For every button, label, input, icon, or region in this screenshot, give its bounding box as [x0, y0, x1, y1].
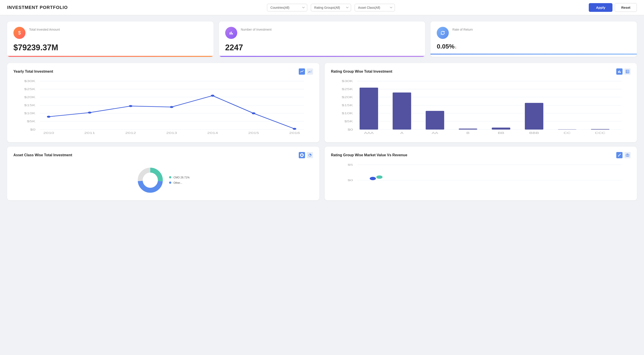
bar-chart: $30K $25K $20K $15K $10K $5K $0 AAA A [331, 79, 630, 137]
pie-chart-toggle[interactable] [307, 152, 313, 158]
kpi-value-rate-return: 0.05%↓ [437, 41, 630, 54]
svg-text:2013: 2013 [166, 132, 177, 134]
revenue-chart-title: Rating Group Wise Market Value Vs Revenu… [331, 153, 407, 157]
svg-text:$10K: $10K [342, 112, 353, 115]
svg-point-85 [376, 176, 382, 179]
svg-point-22 [252, 112, 255, 114]
scatter-toggle-active[interactable] [616, 152, 622, 158]
area-chart-toggle[interactable] [307, 68, 313, 75]
donut-legend: CMO 26.71% Other... [169, 175, 190, 186]
filter-group: Countries(All) Rating Groups(All) Asset … [78, 4, 584, 12]
kpi-icon-chart-bar [225, 27, 237, 39]
svg-rect-53 [360, 88, 378, 130]
svg-rect-54 [393, 92, 411, 130]
kpi-card-rate-return: Rate of Return 0.05%↓ [430, 22, 637, 57]
svg-text:A: A [400, 132, 404, 134]
svg-point-76 [620, 154, 621, 155]
svg-text:BB: BB [498, 132, 504, 134]
yearly-investment-card: Yearly Total Investment [7, 63, 319, 142]
svg-text:$20K: $20K [24, 96, 36, 99]
rate-return-down-arrow: ↓ [454, 44, 457, 50]
rating-chart-header: Rating Group Wise Total Investment [331, 68, 630, 75]
kpi-card-inner-2: Number of Investment [225, 27, 419, 39]
svg-text:$0: $0 [30, 128, 35, 131]
rating-chart-icons [616, 68, 630, 75]
svg-rect-60 [591, 129, 610, 130]
kpi-card-inner: $ Total Invested Amount [14, 27, 207, 39]
svg-text:B: B [466, 132, 470, 134]
kpi-label-total-invested: Total Invested Amount [29, 27, 60, 31]
asset-class-filter[interactable]: Asset Class(All) [355, 4, 395, 12]
kpi-label-rate-return: Rate of Return [452, 27, 473, 31]
svg-text:$20K: $20K [342, 96, 353, 99]
revenue-chart-header: Rating Group Wise Market Value Vs Revenu… [331, 152, 630, 158]
svg-text:$5: $5 [348, 163, 353, 166]
svg-text:BBB: BBB [529, 132, 539, 134]
kpi-card-total-invested: $ Total Invested Amount $79239.37M [7, 22, 214, 57]
kpi-value-num-investments: 2247 [225, 41, 419, 56]
camera-toggle[interactable] [624, 152, 630, 158]
svg-rect-59 [558, 129, 576, 130]
yearly-chart-title: Yearly Total Investment [14, 70, 53, 74]
svg-rect-1 [231, 32, 232, 35]
header: INVESTMENT PORTFOLIO Countries(All) Rati… [0, 0, 644, 15]
bar-chart-toggle-active[interactable] [616, 68, 622, 75]
kpi-icon-dollar: $ [14, 27, 26, 39]
asset-class-header: Asset Class Wise Total Investment [14, 152, 313, 158]
table-toggle[interactable] [624, 68, 630, 75]
svg-point-84 [370, 177, 376, 180]
svg-text:$15K: $15K [24, 104, 36, 107]
svg-point-69 [300, 154, 303, 156]
countries-filter[interactable]: Countries(All) [267, 4, 307, 12]
svg-text:$15K: $15K [342, 104, 353, 107]
svg-point-23 [293, 128, 296, 130]
svg-text:$30K: $30K [24, 80, 36, 83]
legend-dot-cmo [169, 176, 171, 178]
svg-text:AAA: AAA [364, 132, 374, 134]
revenue-chart-card: Rating Group Wise Market Value Vs Revenu… [325, 147, 637, 200]
svg-text:$25K: $25K [342, 88, 353, 91]
rating-groups-filter[interactable]: Rating Groups(All) [311, 4, 351, 12]
svg-text:AA: AA [432, 132, 438, 134]
svg-text:CCC: CCC [595, 132, 606, 134]
svg-point-19 [129, 105, 132, 107]
svg-text:2012: 2012 [125, 132, 136, 134]
rating-chart-title: Rating Group Wise Total Investment [331, 70, 392, 74]
yearly-chart-icons [299, 68, 313, 75]
kpi-bar-num-investments [219, 56, 425, 57]
svg-point-17 [47, 116, 50, 118]
action-buttons: Apply Reset [589, 3, 637, 12]
apply-button[interactable]: Apply [589, 3, 612, 12]
charts-row-1: Yearly Total Investment [0, 61, 644, 147]
svg-text:2015: 2015 [248, 132, 259, 134]
asset-class-title: Asset Class Wise Total Investment [14, 153, 72, 157]
svg-rect-33 [620, 72, 621, 73]
svg-text:$5K: $5K [27, 120, 36, 123]
kpi-card-inner-3: Rate of Return [437, 27, 630, 39]
svg-point-20 [170, 106, 174, 108]
svg-rect-31 [618, 71, 619, 73]
asset-class-inner: CMO 26.71% Other... [14, 162, 313, 200]
svg-text:$0: $0 [348, 128, 353, 131]
svg-point-77 [619, 155, 620, 156]
svg-text:2010: 2010 [44, 132, 54, 134]
rating-investment-card: Rating Group Wise Total Investment [325, 63, 637, 142]
legend-item-cmo: CMO 26.71% [169, 175, 190, 180]
svg-rect-57 [492, 128, 510, 130]
donut-chart-toggle-active[interactable] [299, 152, 305, 158]
kpi-label-num-investments: Number of Investment [241, 27, 272, 31]
legend-item-other: Other... [169, 180, 190, 186]
donut-svg [137, 167, 164, 194]
svg-point-75 [619, 154, 620, 155]
scatter-chart: $5 $0 [331, 162, 630, 198]
svg-text:2016: 2016 [289, 132, 300, 134]
line-chart-toggle-active[interactable] [299, 68, 305, 75]
svg-text:$0: $0 [348, 178, 353, 182]
kpi-icon-refresh [437, 27, 449, 39]
revenue-chart-icons [616, 152, 630, 158]
legend-dot-other [169, 182, 171, 184]
svg-point-79 [627, 155, 628, 156]
svg-rect-58 [525, 103, 544, 130]
reset-button[interactable]: Reset [615, 3, 637, 12]
page-title: INVESTMENT PORTFOLIO [7, 5, 68, 10]
